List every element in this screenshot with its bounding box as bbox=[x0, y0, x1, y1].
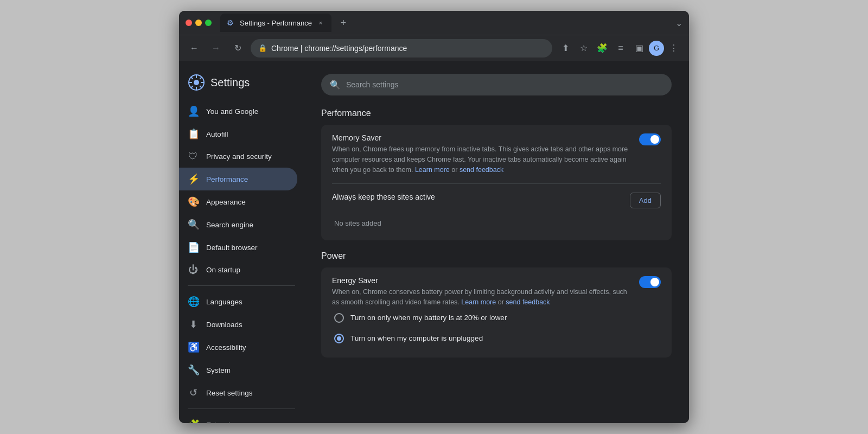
you-google-icon: 👤 bbox=[188, 105, 199, 117]
extensions-external-icon: ↗ bbox=[251, 422, 256, 424]
extensions-puzzle-button[interactable]: 🧩 bbox=[593, 40, 611, 57]
radio-row-battery-20[interactable]: Turn on only when my battery is at 20% o… bbox=[332, 308, 661, 328]
window-controls bbox=[186, 20, 212, 26]
downloads-icon: ⬇ bbox=[188, 318, 199, 330]
sidebar-item-downloads[interactable]: ⬇ Downloads bbox=[179, 313, 297, 336]
on-startup-icon: ⏻ bbox=[188, 264, 199, 276]
energy-saver-description: When on, Chrome conserves battery power … bbox=[332, 287, 630, 308]
sidebar-item-on-startup[interactable]: ⏻ On startup bbox=[179, 259, 297, 281]
energy-saver-text: Energy Saver When on, Chrome conserves b… bbox=[332, 276, 630, 308]
default-browser-icon: 📄 bbox=[188, 241, 199, 253]
minimize-button[interactable] bbox=[195, 20, 202, 26]
autofill-icon: 📋 bbox=[188, 128, 199, 140]
sidebar-item-languages[interactable]: 🌐 Languages bbox=[179, 290, 297, 313]
url-sep: | bbox=[298, 44, 304, 53]
url-path: chrome://settings/performance bbox=[304, 44, 407, 53]
sidebar-item-privacy[interactable]: 🛡 Privacy and security bbox=[179, 145, 297, 168]
toolbar: ← → ↻ 🔒 Chrome | chrome://settings/perfo… bbox=[179, 35, 689, 61]
search-bar[interactable]: 🔍 bbox=[321, 74, 672, 95]
url-display: Chrome | chrome://settings/performance bbox=[271, 44, 545, 53]
tab-search-button[interactable]: ≡ bbox=[612, 40, 629, 57]
tab-expand-button[interactable]: ⌄ bbox=[675, 18, 682, 28]
performance-section-title: Performance bbox=[321, 108, 672, 118]
lock-icon: 🔒 bbox=[258, 44, 267, 52]
share-button[interactable]: ⬆ bbox=[557, 40, 574, 57]
memory-saver-description: When on, Chrome frees up memory from ina… bbox=[332, 144, 630, 175]
energy-saver-toggle-thumb bbox=[650, 278, 659, 286]
settings-page-title: Settings bbox=[210, 76, 250, 89]
no-sites-label: No sites added bbox=[332, 215, 661, 232]
privacy-icon: 🛡 bbox=[188, 151, 199, 162]
bookmark-button[interactable]: ☆ bbox=[575, 40, 592, 57]
reset-settings-icon: ↺ bbox=[188, 387, 199, 399]
sidebar-item-accessibility-label: Accessibility bbox=[206, 343, 246, 352]
sidebar-item-search-engine[interactable]: 🔍 Search engine bbox=[179, 213, 297, 236]
energy-saver-toggle-track bbox=[639, 276, 661, 288]
energy-saver-toggle[interactable] bbox=[639, 276, 661, 288]
radio-battery-20[interactable] bbox=[334, 313, 344, 323]
memory-saver-learn-more[interactable]: Learn more bbox=[415, 166, 450, 174]
sidebar-item-downloads-label: Downloads bbox=[206, 321, 242, 329]
close-button[interactable] bbox=[186, 20, 192, 26]
always-active-section: Always keep these sites active Add No si… bbox=[332, 183, 661, 232]
energy-saver-learn-more[interactable]: Learn more bbox=[461, 298, 496, 306]
appearance-icon: 🎨 bbox=[188, 196, 199, 208]
tab-close-button[interactable]: × bbox=[316, 18, 325, 27]
sidebar: Settings 👤 You and Google 📋 Autofill 🛡 P… bbox=[179, 61, 304, 423]
radio-row-unplugged[interactable]: Turn on when my computer is unplugged bbox=[332, 328, 661, 349]
active-tab[interactable]: ⚙ Settings - Performance × bbox=[220, 14, 331, 32]
power-section-title: Power bbox=[321, 251, 672, 261]
sidebar-item-performance-label: Performance bbox=[206, 175, 248, 183]
toolbar-actions: ⬆ ☆ 🧩 ≡ ▣ G ⋮ bbox=[557, 40, 682, 57]
sidebar-item-you-google[interactable]: 👤 You and Google bbox=[179, 100, 297, 123]
sidebar-item-default-browser-label: Default browser bbox=[206, 244, 258, 252]
energy-saver-send-feedback[interactable]: send feedback bbox=[506, 298, 550, 306]
energy-saver-title: Energy Saver bbox=[332, 276, 630, 285]
memory-saver-row: Memory Saver When on, Chrome frees up me… bbox=[332, 133, 661, 175]
extensions-icon: 🧩 bbox=[188, 419, 199, 423]
sidebar-item-default-browser[interactable]: 📄 Default browser bbox=[179, 236, 297, 259]
memory-saver-card: Memory Saver When on, Chrome frees up me… bbox=[321, 125, 672, 240]
sidebar-item-reset-settings[interactable]: ↺ Reset settings bbox=[179, 381, 297, 404]
content-area: 🔍 Performance Memory Saver When on, Chro… bbox=[304, 61, 689, 423]
memory-saver-send-feedback[interactable]: send feedback bbox=[459, 166, 503, 174]
forward-button[interactable]: → bbox=[207, 40, 225, 57]
tab-settings-icon: ⚙ bbox=[227, 18, 235, 27]
memory-saver-toggle[interactable] bbox=[639, 133, 661, 145]
sidebar-item-extensions[interactable]: 🧩 Extensions ↗ bbox=[179, 413, 297, 423]
sidebar-item-performance[interactable]: ⚡ Performance bbox=[179, 168, 297, 190]
sidebar-divider-2 bbox=[188, 409, 295, 409]
sidebar-item-appearance[interactable]: 🎨 Appearance bbox=[179, 190, 297, 213]
radio-unplugged-label: Turn on when my computer is unplugged bbox=[350, 334, 483, 342]
add-sites-button[interactable]: Add bbox=[630, 193, 661, 208]
new-tab-button[interactable]: + bbox=[336, 15, 351, 30]
maximize-button[interactable] bbox=[205, 20, 212, 26]
memory-saver-text: Memory Saver When on, Chrome frees up me… bbox=[332, 133, 630, 175]
accessibility-icon: ♿ bbox=[188, 341, 199, 353]
sidebar-item-on-startup-label: On startup bbox=[206, 266, 240, 274]
title-bar: ⚙ Settings - Performance × + ⌄ bbox=[179, 11, 689, 35]
sidebar-item-autofill[interactable]: 📋 Autofill bbox=[179, 123, 297, 145]
energy-saver-row: Energy Saver When on, Chrome conserves b… bbox=[332, 276, 661, 308]
always-active-title: Always keep these sites active bbox=[332, 193, 435, 201]
sidebar-item-accessibility[interactable]: ♿ Accessibility bbox=[179, 336, 297, 359]
sidebar-item-appearance-label: Appearance bbox=[206, 198, 246, 206]
tab-label: Settings - Performance bbox=[240, 19, 312, 27]
omnibox[interactable]: 🔒 Chrome | chrome://settings/performance bbox=[251, 39, 552, 58]
back-button[interactable]: ← bbox=[186, 40, 203, 57]
search-icon: 🔍 bbox=[330, 80, 341, 90]
main-content: Settings 👤 You and Google 📋 Autofill 🛡 P… bbox=[179, 61, 689, 423]
reload-button[interactable]: ↻ bbox=[229, 40, 246, 57]
search-input[interactable] bbox=[346, 80, 663, 89]
memory-saver-toggle-thumb bbox=[650, 135, 659, 144]
url-host: Chrome bbox=[271, 44, 298, 53]
sidebar-divider-1 bbox=[188, 285, 295, 286]
menu-button[interactable]: ⋮ bbox=[665, 40, 682, 57]
sidebar-item-languages-label: Languages bbox=[206, 298, 242, 306]
memory-saver-toggle-track bbox=[639, 133, 661, 145]
sidebar-item-system[interactable]: 🔧 System bbox=[179, 359, 297, 381]
radio-unplugged[interactable] bbox=[334, 334, 344, 343]
sidebar-item-autofill-label: Autofill bbox=[206, 130, 228, 138]
profile-avatar[interactable]: G bbox=[649, 41, 664, 56]
side-panel-button[interactable]: ▣ bbox=[630, 40, 648, 57]
